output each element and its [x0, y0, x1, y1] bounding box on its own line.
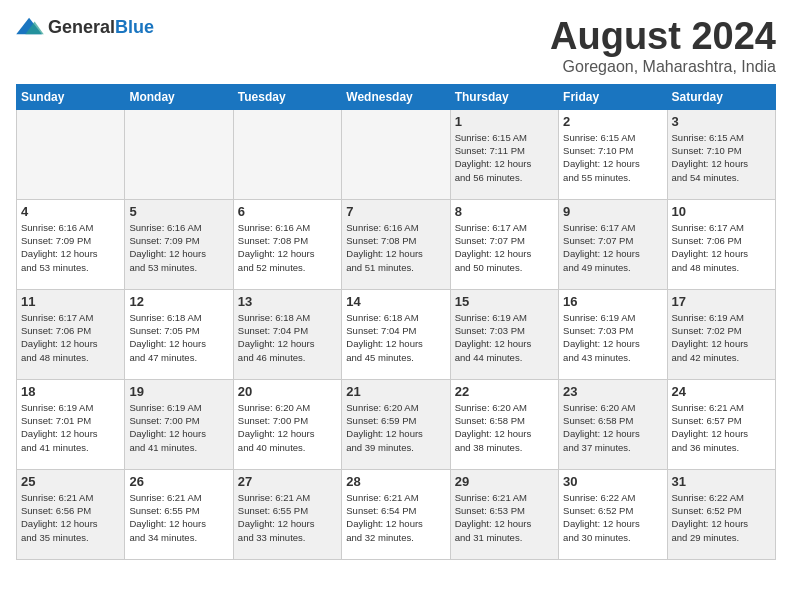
day-number: 30 — [563, 474, 662, 489]
day-info: Sunrise: 6:16 AMSunset: 7:08 PMDaylight:… — [238, 221, 337, 274]
day-info: Sunrise: 6:16 AMSunset: 7:08 PMDaylight:… — [346, 221, 445, 274]
calendar-cell: 24Sunrise: 6:21 AMSunset: 6:57 PMDayligh… — [667, 379, 775, 469]
month-title: August 2024 — [550, 16, 776, 58]
calendar-week-4: 18Sunrise: 6:19 AMSunset: 7:01 PMDayligh… — [17, 379, 776, 469]
calendar-cell: 23Sunrise: 6:20 AMSunset: 6:58 PMDayligh… — [559, 379, 667, 469]
day-info: Sunrise: 6:21 AMSunset: 6:55 PMDaylight:… — [238, 491, 337, 544]
calendar-cell: 29Sunrise: 6:21 AMSunset: 6:53 PMDayligh… — [450, 469, 558, 559]
calendar-cell: 19Sunrise: 6:19 AMSunset: 7:00 PMDayligh… — [125, 379, 233, 469]
logo: GeneralBlue — [16, 16, 154, 38]
day-number: 25 — [21, 474, 120, 489]
day-number: 24 — [672, 384, 771, 399]
day-number: 18 — [21, 384, 120, 399]
day-number: 7 — [346, 204, 445, 219]
day-number: 10 — [672, 204, 771, 219]
day-info: Sunrise: 6:19 AMSunset: 7:03 PMDaylight:… — [455, 311, 554, 364]
calendar-cell: 3Sunrise: 6:15 AMSunset: 7:10 PMDaylight… — [667, 109, 775, 199]
calendar-cell: 7Sunrise: 6:16 AMSunset: 7:08 PMDaylight… — [342, 199, 450, 289]
day-info: Sunrise: 6:20 AMSunset: 7:00 PMDaylight:… — [238, 401, 337, 454]
calendar-cell: 22Sunrise: 6:20 AMSunset: 6:58 PMDayligh… — [450, 379, 558, 469]
day-number: 1 — [455, 114, 554, 129]
day-number: 5 — [129, 204, 228, 219]
calendar-cell: 14Sunrise: 6:18 AMSunset: 7:04 PMDayligh… — [342, 289, 450, 379]
calendar-cell: 16Sunrise: 6:19 AMSunset: 7:03 PMDayligh… — [559, 289, 667, 379]
calendar-cell: 15Sunrise: 6:19 AMSunset: 7:03 PMDayligh… — [450, 289, 558, 379]
day-info: Sunrise: 6:21 AMSunset: 6:54 PMDaylight:… — [346, 491, 445, 544]
day-info: Sunrise: 6:21 AMSunset: 6:57 PMDaylight:… — [672, 401, 771, 454]
calendar-cell: 17Sunrise: 6:19 AMSunset: 7:02 PMDayligh… — [667, 289, 775, 379]
weekday-header-saturday: Saturday — [667, 84, 775, 109]
day-number: 13 — [238, 294, 337, 309]
day-number: 16 — [563, 294, 662, 309]
calendar-cell: 30Sunrise: 6:22 AMSunset: 6:52 PMDayligh… — [559, 469, 667, 559]
day-info: Sunrise: 6:15 AMSunset: 7:10 PMDaylight:… — [563, 131, 662, 184]
day-info: Sunrise: 6:19 AMSunset: 7:03 PMDaylight:… — [563, 311, 662, 364]
day-info: Sunrise: 6:20 AMSunset: 6:58 PMDaylight:… — [563, 401, 662, 454]
day-number: 19 — [129, 384, 228, 399]
day-info: Sunrise: 6:17 AMSunset: 7:07 PMDaylight:… — [455, 221, 554, 274]
location-title: Goregaon, Maharashtra, India — [550, 58, 776, 76]
day-number: 26 — [129, 474, 228, 489]
page-header: GeneralBlue August 2024 Goregaon, Mahara… — [16, 16, 776, 76]
day-info: Sunrise: 6:17 AMSunset: 7:06 PMDaylight:… — [21, 311, 120, 364]
calendar-cell — [233, 109, 341, 199]
calendar-cell: 20Sunrise: 6:20 AMSunset: 7:00 PMDayligh… — [233, 379, 341, 469]
calendar-week-3: 11Sunrise: 6:17 AMSunset: 7:06 PMDayligh… — [17, 289, 776, 379]
calendar-cell: 10Sunrise: 6:17 AMSunset: 7:06 PMDayligh… — [667, 199, 775, 289]
calendar-cell: 6Sunrise: 6:16 AMSunset: 7:08 PMDaylight… — [233, 199, 341, 289]
day-info: Sunrise: 6:16 AMSunset: 7:09 PMDaylight:… — [129, 221, 228, 274]
calendar-cell: 26Sunrise: 6:21 AMSunset: 6:55 PMDayligh… — [125, 469, 233, 559]
calendar-cell: 4Sunrise: 6:16 AMSunset: 7:09 PMDaylight… — [17, 199, 125, 289]
calendar-cell: 25Sunrise: 6:21 AMSunset: 6:56 PMDayligh… — [17, 469, 125, 559]
day-number: 21 — [346, 384, 445, 399]
weekday-header-tuesday: Tuesday — [233, 84, 341, 109]
calendar-cell: 13Sunrise: 6:18 AMSunset: 7:04 PMDayligh… — [233, 289, 341, 379]
calendar-cell: 1Sunrise: 6:15 AMSunset: 7:11 PMDaylight… — [450, 109, 558, 199]
day-info: Sunrise: 6:21 AMSunset: 6:55 PMDaylight:… — [129, 491, 228, 544]
weekday-header-monday: Monday — [125, 84, 233, 109]
day-info: Sunrise: 6:20 AMSunset: 6:58 PMDaylight:… — [455, 401, 554, 454]
day-number: 28 — [346, 474, 445, 489]
day-number: 4 — [21, 204, 120, 219]
calendar-cell: 28Sunrise: 6:21 AMSunset: 6:54 PMDayligh… — [342, 469, 450, 559]
calendar-cell: 31Sunrise: 6:22 AMSunset: 6:52 PMDayligh… — [667, 469, 775, 559]
weekday-header-friday: Friday — [559, 84, 667, 109]
calendar-cell: 11Sunrise: 6:17 AMSunset: 7:06 PMDayligh… — [17, 289, 125, 379]
day-number: 23 — [563, 384, 662, 399]
day-number: 2 — [563, 114, 662, 129]
day-info: Sunrise: 6:17 AMSunset: 7:07 PMDaylight:… — [563, 221, 662, 274]
logo-text-general: General — [48, 17, 115, 37]
calendar-table: SundayMondayTuesdayWednesdayThursdayFrid… — [16, 84, 776, 560]
day-info: Sunrise: 6:17 AMSunset: 7:06 PMDaylight:… — [672, 221, 771, 274]
day-number: 31 — [672, 474, 771, 489]
day-info: Sunrise: 6:21 AMSunset: 6:53 PMDaylight:… — [455, 491, 554, 544]
day-info: Sunrise: 6:19 AMSunset: 7:01 PMDaylight:… — [21, 401, 120, 454]
day-number: 12 — [129, 294, 228, 309]
day-info: Sunrise: 6:16 AMSunset: 7:09 PMDaylight:… — [21, 221, 120, 274]
weekday-header-sunday: Sunday — [17, 84, 125, 109]
calendar-cell: 18Sunrise: 6:19 AMSunset: 7:01 PMDayligh… — [17, 379, 125, 469]
calendar-cell — [125, 109, 233, 199]
day-info: Sunrise: 6:18 AMSunset: 7:04 PMDaylight:… — [346, 311, 445, 364]
day-info: Sunrise: 6:20 AMSunset: 6:59 PMDaylight:… — [346, 401, 445, 454]
day-number: 29 — [455, 474, 554, 489]
day-number: 6 — [238, 204, 337, 219]
calendar-week-2: 4Sunrise: 6:16 AMSunset: 7:09 PMDaylight… — [17, 199, 776, 289]
calendar-cell — [17, 109, 125, 199]
day-info: Sunrise: 6:19 AMSunset: 7:02 PMDaylight:… — [672, 311, 771, 364]
calendar-week-1: 1Sunrise: 6:15 AMSunset: 7:11 PMDaylight… — [17, 109, 776, 199]
calendar-cell: 9Sunrise: 6:17 AMSunset: 7:07 PMDaylight… — [559, 199, 667, 289]
day-info: Sunrise: 6:15 AMSunset: 7:11 PMDaylight:… — [455, 131, 554, 184]
calendar-cell: 12Sunrise: 6:18 AMSunset: 7:05 PMDayligh… — [125, 289, 233, 379]
day-info: Sunrise: 6:15 AMSunset: 7:10 PMDaylight:… — [672, 131, 771, 184]
day-info: Sunrise: 6:21 AMSunset: 6:56 PMDaylight:… — [21, 491, 120, 544]
day-info: Sunrise: 6:18 AMSunset: 7:04 PMDaylight:… — [238, 311, 337, 364]
day-info: Sunrise: 6:22 AMSunset: 6:52 PMDaylight:… — [563, 491, 662, 544]
calendar-cell: 8Sunrise: 6:17 AMSunset: 7:07 PMDaylight… — [450, 199, 558, 289]
calendar-week-5: 25Sunrise: 6:21 AMSunset: 6:56 PMDayligh… — [17, 469, 776, 559]
title-area: August 2024 Goregaon, Maharashtra, India — [550, 16, 776, 76]
day-info: Sunrise: 6:18 AMSunset: 7:05 PMDaylight:… — [129, 311, 228, 364]
weekday-header-thursday: Thursday — [450, 84, 558, 109]
day-number: 17 — [672, 294, 771, 309]
calendar-cell: 27Sunrise: 6:21 AMSunset: 6:55 PMDayligh… — [233, 469, 341, 559]
